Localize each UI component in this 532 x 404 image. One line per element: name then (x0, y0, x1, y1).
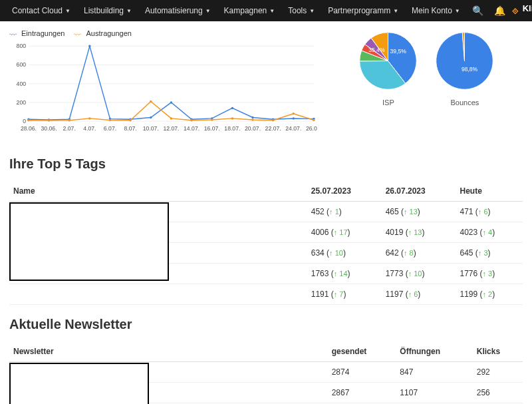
svg-point-31 (150, 116, 152, 118)
cell-d2: 1773 (↑ 10) (382, 264, 456, 284)
svg-point-52 (272, 119, 274, 121)
cell-d2: 642 (↑ 8) (382, 243, 456, 264)
nav-tools[interactable]: Tools▼ (283, 6, 320, 15)
nav-partnerprogramm[interactable]: Partnerprogramm▼ (323, 6, 404, 15)
chevron-down-icon: ▼ (455, 8, 460, 14)
legend-eintragungen: 〰Eintragungen (9, 29, 65, 37)
cell-sent: 2874 (328, 362, 396, 383)
svg-text:39,5%: 39,5% (390, 48, 407, 55)
svg-point-49 (211, 118, 213, 120)
cell-name (9, 284, 307, 305)
svg-text:400: 400 (17, 81, 27, 87)
line-chart-panel: 〰Eintragungen 〰Austragungen 020040060080… (9, 29, 317, 136)
redaction-box (9, 363, 149, 404)
cell-today: 4023 (↑ 4) (456, 222, 523, 243)
svg-point-45 (129, 119, 131, 121)
th-newsletter: Newsletter (9, 341, 328, 362)
svg-text:14.07.: 14.07. (184, 125, 200, 132)
cell-d2: 465 (↑ 13) (382, 202, 456, 222)
svg-text:10.07.: 10.07. (143, 125, 159, 132)
line-swatch-icon: 〰 (74, 31, 83, 36)
cell-today: 471 (↑ 6) (456, 202, 523, 222)
brand-sub: Deluxe (523, 13, 532, 18)
cell-today: 1776 (↑ 3) (456, 264, 523, 284)
pie-isp-label: ISP (356, 99, 420, 106)
svg-text:35,4%: 35,4% (369, 47, 386, 53)
pie-chart-bounces: 98,8% (433, 29, 496, 93)
section-title-tags: Ihre Top 5 Tags (9, 156, 523, 172)
pie-bounces-label: Bounces (433, 99, 496, 106)
svg-text:24.07.: 24.07. (285, 125, 301, 132)
nav-listbuilding[interactable]: Listbuilding▼ (78, 6, 137, 15)
pie-bounces: 98,8% Bounces (433, 29, 496, 106)
svg-point-40 (27, 119, 29, 121)
th-opens: Öffnungen (396, 341, 472, 362)
brand[interactable]: ⟐ KlickTipp Deluxe (512, 4, 532, 18)
chevron-down-icon: ▼ (205, 8, 211, 14)
cell-opens: 847 (396, 362, 472, 383)
svg-text:2.07.: 2.07. (63, 125, 76, 132)
svg-point-41 (48, 119, 50, 121)
pie-chart-isp: 39,5%35,4% (356, 29, 420, 93)
nav-items: Contact Cloud▼ Listbuilding▼ Automatisie… (7, 6, 466, 15)
svg-point-43 (88, 117, 90, 119)
svg-point-42 (68, 119, 70, 121)
svg-point-28 (88, 45, 90, 47)
svg-point-51 (251, 118, 253, 120)
chevron-down-icon: ▼ (65, 8, 70, 14)
svg-text:18.07.: 18.07. (224, 125, 240, 132)
cell-d1: 452 (↑ 1) (307, 202, 382, 222)
legend-austragungen: 〰Austragungen (74, 29, 132, 37)
svg-text:6.07.: 6.07. (104, 125, 116, 132)
svg-point-46 (150, 101, 152, 102)
svg-text:12.07.: 12.07. (163, 125, 179, 132)
svg-text:20.07.: 20.07. (245, 125, 261, 132)
svg-text:0: 0 (23, 118, 26, 124)
svg-point-35 (231, 107, 233, 109)
svg-text:26.07.: 26.07. (306, 125, 317, 132)
svg-point-32 (170, 101, 172, 103)
nav-kampagnen[interactable]: Kampagnen▼ (219, 6, 281, 15)
th-sent: gesendet (328, 341, 396, 362)
pie-isp: 39,5%35,4% ISP (356, 29, 420, 106)
cell-sent: 2867 (328, 383, 396, 403)
svg-point-48 (190, 119, 192, 121)
cell-d1: 634 (↑ 10) (307, 243, 382, 264)
th-d2: 26.07.2023 (382, 181, 456, 202)
cell-clicks: 256 (473, 383, 523, 403)
svg-text:4.07.: 4.07. (83, 125, 96, 132)
svg-text:8.07.: 8.07. (124, 125, 137, 132)
chevron-down-icon: ▼ (269, 8, 275, 14)
cell-today: 645 (↑ 3) (456, 243, 523, 264)
svg-point-50 (231, 117, 233, 119)
nav-mein-konto[interactable]: Mein Konto▼ (406, 6, 466, 15)
svg-point-38 (293, 117, 295, 119)
svg-text:600: 600 (17, 61, 27, 68)
table-row[interactable]: 1191 (↑ 7)1197 (↑ 6)1199 (↑ 2) (9, 284, 523, 305)
section-title-news: Aktuelle Newsletter (9, 317, 523, 332)
svg-text:28.06.: 28.06. (21, 125, 37, 132)
cell-today: 1199 (↑ 2) (456, 284, 523, 305)
th-today: Heute (456, 181, 523, 202)
cell-opens: 1107 (396, 383, 472, 403)
line-swatch-icon: 〰 (9, 31, 19, 36)
svg-point-54 (313, 119, 315, 121)
cell-d2: 1197 (↑ 6) (382, 284, 456, 305)
svg-text:200: 200 (17, 99, 27, 106)
svg-text:800: 800 (17, 43, 27, 49)
nav-contact-cloud[interactable]: Contact Cloud▼ (7, 6, 76, 15)
bell-icon[interactable]: 🔔 (494, 5, 505, 16)
th-name: Name (9, 181, 307, 202)
svg-text:30.06.: 30.06. (41, 125, 57, 132)
search-icon[interactable]: 🔍 (472, 5, 483, 16)
svg-point-44 (109, 119, 111, 121)
svg-text:98,8%: 98,8% (462, 66, 478, 73)
svg-point-47 (170, 117, 172, 119)
svg-point-53 (293, 112, 295, 114)
line-chart: 020040060080028.06.30.06.2.07.4.07.6.07.… (9, 41, 317, 134)
cell-d1: 1191 (↑ 7) (307, 284, 382, 305)
svg-text:22.07.: 22.07. (265, 125, 281, 132)
top-navbar: Contact Cloud▼ Listbuilding▼ Automatisie… (0, 0, 532, 21)
th-d1: 25.07.2023 (307, 181, 382, 202)
nav-automatisierung[interactable]: Automatisierung▼ (140, 6, 216, 15)
